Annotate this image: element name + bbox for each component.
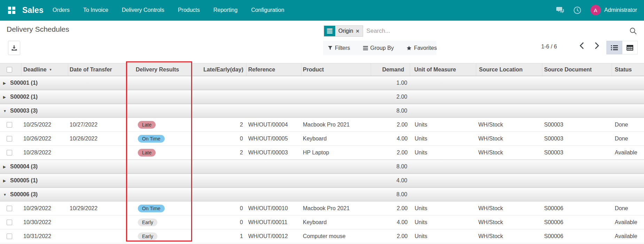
row-checkbox[interactable] [7,206,12,211]
cell-product: Keyboard [301,219,371,226]
page-title: Delivery Schedules [7,25,69,33]
cell-status: Done [612,136,644,142]
nav-item-products[interactable]: Products [178,7,200,13]
table-row[interactable]: 10/30/2022 Early 0 WH/OUT/00011 Keyboard… [0,215,644,229]
nav-item-delivery-controls[interactable]: Delivery Controls [122,7,164,13]
row-checkbox[interactable] [7,136,12,142]
group-by-icon [363,46,368,50]
cell-late-early: 2 [192,122,246,128]
sort-desc-icon: ▼ [49,68,52,71]
group-caret-icon: ▶ [3,179,7,183]
group-demand-total: 8.00 [371,191,410,198]
delivery-schedules-table: Deadline▼ Date of Transfer Delivery Resu… [0,63,644,243]
activities-clock-icon[interactable] [573,6,581,14]
cell-date-of-transfer: 10/27/2022 [68,122,126,128]
cell-reference: WH/OUT/00003 [246,150,301,156]
user-avatar[interactable]: A [590,5,601,15]
nav-item-to-invoice[interactable]: To Invoice [83,7,108,13]
nav-item-configuration[interactable]: Configuration [251,7,284,13]
apps-menu-button[interactable] [6,4,17,16]
table-row[interactable]: 10/29/2022 10/29/2022 On Time 0 WH/OUT/0… [0,201,644,215]
delivery-result-badge: Late [138,121,156,129]
cell-demand: 2.00 [371,122,410,128]
cell-status: Done [612,205,644,212]
column-header-late-early[interactable]: Late/Early(day) [192,63,246,76]
search-input[interactable] [363,28,629,35]
facet-remove-icon[interactable]: ✕ [356,29,360,34]
cell-deadline: 10/25/2022 [22,122,68,128]
row-checkbox[interactable] [7,150,12,155]
filters-button[interactable]: Filters [328,45,350,51]
search-facet-origin: Origin ✕ [324,25,363,37]
search-magnifier-icon[interactable] [629,27,637,35]
cell-demand: 4.00 [371,136,410,142]
cell-reference: WH/OUT/00012 [246,233,301,239]
cell-product: Macbook Pro 2021 [301,122,371,128]
cell-unit-of-measure: Units [410,205,476,212]
group-by-button[interactable]: Group By [363,45,394,51]
row-checkbox[interactable] [7,122,12,128]
facet-label: Origin [338,28,353,34]
export-button[interactable] [8,41,20,55]
table-row[interactable]: 10/26/2022 10/26/2022 On Time 0 WH/OUT/0… [0,132,644,146]
cell-source-document: S00006 [542,233,612,239]
apps-grid-icon [7,6,16,15]
row-checkbox[interactable] [7,220,12,225]
column-header-source-location[interactable]: Source Location [476,63,542,76]
group-row[interactable]: ▶ S00002 (1) 2.00 [0,90,644,104]
cell-reference: WH/OUT/00011 [246,219,301,226]
star-icon [407,46,411,51]
column-header-source-document[interactable]: Source Document [542,63,612,76]
list-view-button[interactable] [606,41,622,54]
cell-status: Available [612,219,644,226]
favorites-button[interactable]: Favorites [407,45,437,51]
cell-source-location: WH/Stock [476,150,542,156]
messages-icon[interactable] [556,6,564,14]
cell-unit-of-measure: Units [410,122,476,128]
cell-late-early: 0 [192,219,246,226]
column-header-date-of-transfer[interactable]: Date of Transfer [68,63,126,76]
table-row[interactable]: 10/31/2022 Early 1 WH/OUT/00012 Computer… [0,229,644,243]
delivery-result-badge: On Time [138,135,165,143]
cell-product: Computer mouse [301,233,371,239]
group-demand-total: 8.00 [371,108,410,114]
select-all-checkbox[interactable] [7,67,12,73]
group-row[interactable]: ▶ S00005 (1) 4.00 [0,174,644,188]
column-header-delivery-results[interactable]: Delivery Results [126,63,192,76]
cell-delivery-results: On Time [126,205,192,212]
app-name[interactable]: Sales [22,6,44,15]
column-header-deadline[interactable]: Deadline▼ [22,63,68,76]
cell-demand: 2.00 [371,233,410,239]
table-body: ▶ S00001 (1) 1.00 ▶ S00002 (1) 2.00 ▼ S0… [0,76,644,243]
group-row[interactable]: ▶ S00001 (1) 1.00 [0,76,644,90]
user-name[interactable]: Administrator [604,7,637,13]
nav-item-orders[interactable]: Orders [53,7,70,13]
column-header-unit-of-measure[interactable]: Unit of Measure [410,63,476,76]
row-checkbox[interactable] [7,234,12,239]
column-header-demand[interactable]: Demand [371,63,410,76]
chevron-left-icon [579,42,584,49]
delivery-result-badge: On Time [138,205,165,212]
group-row[interactable]: ▶ S00004 (3) 8.00 [0,160,644,174]
table-row[interactable]: 10/28/2022 Late 2 WH/OUT/00003 HP Laptop… [0,146,644,160]
group-caret-icon: ▼ [3,193,7,197]
group-caret-icon: ▶ [3,95,7,99]
filter-funnel-icon [328,46,332,50]
column-header-reference[interactable]: Reference [246,63,301,76]
cell-late-early: 2 [192,150,246,156]
pager-next-button[interactable] [595,42,599,49]
select-all-header[interactable] [0,63,22,76]
group-row[interactable]: ▼ S00006 (3) 8.00 [0,188,644,201]
group-row[interactable]: ▼ S00003 (3) 8.00 [0,104,644,118]
nav-item-reporting[interactable]: Reporting [213,7,237,13]
cell-unit-of-measure: Units [410,150,476,156]
group-demand-total: 1.00 [371,80,410,86]
cell-source-document: S00003 [542,122,612,128]
pager-previous-button[interactable] [579,42,584,49]
group-label: S00006 (3) [10,191,38,198]
pivot-view-button[interactable] [622,41,638,54]
table-row[interactable]: 10/25/2022 10/27/2022 Late 2 WH/OUT/0000… [0,118,644,132]
column-header-product[interactable]: Product [301,63,371,76]
search-options-bar: Filters Group By Favorites [323,41,437,55]
column-header-status[interactable]: Status [612,63,644,76]
